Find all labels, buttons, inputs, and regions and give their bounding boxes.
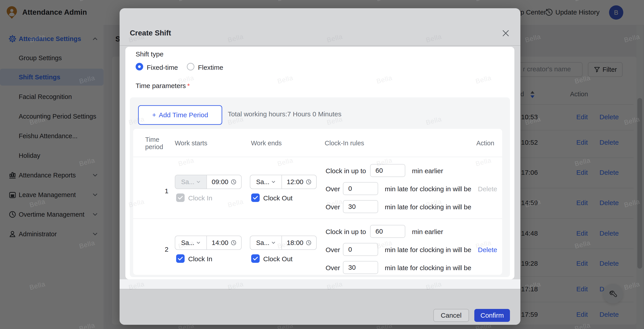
watermark: Bella bbox=[425, 33, 442, 44]
rule-early-suffix: min earlier bbox=[412, 228, 443, 236]
time-parameters-label: Time parameters* bbox=[136, 82, 190, 90]
row-delete-link[interactable]: Delete bbox=[478, 246, 497, 254]
rule-late-suffix: min late for clocking in will be bbox=[385, 185, 472, 193]
total-working-hours: Total working hours:7 Hours 0 Minutes bbox=[228, 110, 341, 118]
plus-icon: + bbox=[152, 111, 156, 119]
time-period-section: + Add Time Period Total working hours:7 … bbox=[130, 97, 510, 277]
clock-out-label[interactable]: Clock Out bbox=[263, 255, 292, 263]
screen: Attendance Admin p Center Update History… bbox=[0, 0, 644, 329]
divider bbox=[133, 157, 502, 157]
day-select[interactable]: Sa... bbox=[175, 236, 207, 249]
clock-icon bbox=[306, 240, 312, 246]
clock-out-checkbox[interactable] bbox=[251, 193, 260, 202]
work-starts-picker: Sa... 09:00 bbox=[175, 175, 242, 189]
rule-late-suffix: min late for clocking in will be bbox=[385, 246, 472, 254]
confirm-button[interactable]: Confirm bbox=[474, 309, 510, 322]
radio-flextime[interactable] bbox=[187, 63, 194, 71]
time-picker[interactable]: 14:00 bbox=[207, 236, 241, 249]
modal-body-panel: Shift type Fixed-time Flextime Time para… bbox=[125, 47, 514, 279]
time-picker[interactable]: 12:00 bbox=[282, 175, 316, 189]
rule-over-label: Over bbox=[326, 246, 340, 254]
watermark: Bella bbox=[326, 33, 344, 44]
footer-spacer bbox=[120, 279, 520, 289]
col-header-time-period: Time period bbox=[145, 136, 172, 151]
early-minutes-input[interactable] bbox=[370, 225, 405, 238]
radio-fixed-time[interactable] bbox=[136, 63, 143, 71]
row-index: 1 bbox=[158, 187, 176, 195]
late2-minutes-input[interactable] bbox=[343, 200, 378, 213]
chevron-down-icon bbox=[271, 180, 276, 184]
clock-in-label[interactable]: Clock In bbox=[188, 255, 212, 263]
late1-minutes-input[interactable] bbox=[343, 182, 378, 195]
radio-fixed-time-label[interactable]: Fixed-time bbox=[147, 64, 178, 71]
chevron-down-icon bbox=[271, 240, 276, 245]
early-minutes-input[interactable] bbox=[370, 164, 405, 177]
time-period-table: Time period Work starts Work ends Clock-… bbox=[133, 129, 502, 275]
check-icon bbox=[253, 256, 258, 260]
rule-early-prefix: Clock in up to bbox=[326, 167, 366, 175]
clock-icon bbox=[306, 179, 312, 185]
rule-early-prefix: Clock in up to bbox=[326, 228, 366, 236]
modal-footer: Cancel Confirm bbox=[120, 289, 520, 325]
cancel-button[interactable]: Cancel bbox=[433, 309, 469, 322]
add-time-period-button[interactable]: + Add Time Period bbox=[138, 105, 222, 125]
chevron-down-icon bbox=[196, 180, 201, 184]
rule-over-label: Over bbox=[326, 203, 340, 211]
rule-early-suffix: min earlier bbox=[412, 167, 443, 175]
close-icon[interactable] bbox=[500, 27, 512, 40]
col-header-work-ends: Work ends bbox=[251, 140, 282, 147]
create-shift-modal: Create Shift Shift type Fixed-time Flext… bbox=[120, 8, 520, 325]
col-header-work-starts: Work starts bbox=[175, 140, 207, 147]
clock-in-checkbox[interactable] bbox=[176, 193, 184, 202]
late2-minutes-input[interactable] bbox=[343, 261, 378, 274]
clock-icon bbox=[231, 179, 236, 185]
col-header-action: Action bbox=[476, 140, 494, 147]
work-starts-picker: Sa... 14:00 bbox=[175, 236, 242, 250]
chevron-down-icon bbox=[196, 240, 201, 245]
time-picker[interactable]: 09:00 bbox=[207, 175, 241, 189]
work-ends-picker: Sa... 12:00 bbox=[250, 175, 317, 189]
watermark: Bella bbox=[227, 33, 244, 44]
check-icon bbox=[178, 196, 183, 200]
clock-out-label[interactable]: Clock Out bbox=[263, 194, 292, 202]
clock-in-checkbox[interactable] bbox=[176, 254, 184, 263]
check-icon bbox=[178, 256, 183, 260]
rule-late-suffix: min late for clocking in will be bbox=[385, 264, 472, 272]
day-select[interactable]: Sa... bbox=[250, 236, 282, 249]
rule-late-suffix: min late for clocking in will be bbox=[385, 203, 472, 211]
check-icon bbox=[253, 196, 258, 200]
late1-minutes-input[interactable] bbox=[343, 243, 378, 256]
day-select[interactable]: Sa... bbox=[175, 175, 207, 189]
row-index: 2 bbox=[158, 246, 176, 253]
radio-flextime-label[interactable]: Flextime bbox=[198, 64, 223, 71]
work-ends-picker: Sa... 18:00 bbox=[250, 236, 317, 250]
modal-title: Create Shift bbox=[130, 29, 171, 37]
col-header-clock-in-rules: Clock-In rules bbox=[325, 140, 364, 147]
rule-over-label: Over bbox=[326, 185, 340, 193]
required-asterisk: * bbox=[187, 82, 190, 89]
clock-icon bbox=[231, 240, 236, 246]
rule-over-label: Over bbox=[326, 264, 340, 272]
divider bbox=[120, 45, 520, 46]
clock-in-label[interactable]: Clock In bbox=[188, 194, 212, 202]
shift-type-label: Shift type bbox=[136, 50, 164, 58]
divider bbox=[133, 218, 502, 219]
row-delete-link: Delete bbox=[478, 185, 497, 193]
day-select[interactable]: Sa... bbox=[250, 175, 282, 189]
clock-out-checkbox[interactable] bbox=[251, 254, 260, 263]
time-picker[interactable]: 18:00 bbox=[282, 236, 316, 249]
